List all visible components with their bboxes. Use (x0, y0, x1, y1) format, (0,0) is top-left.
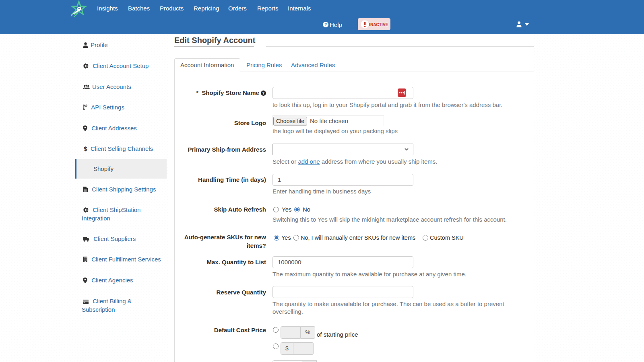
svg-text:?: ? (262, 91, 265, 95)
svg-text:?: ? (324, 23, 327, 27)
